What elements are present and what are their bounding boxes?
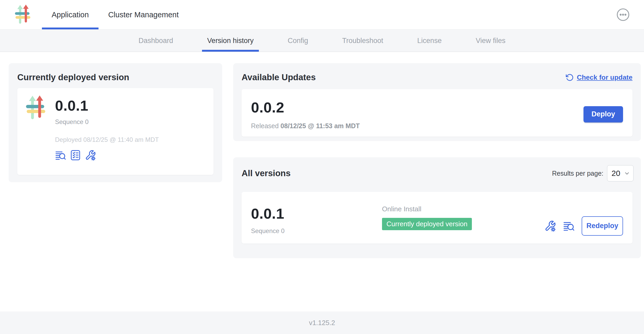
subnav-config[interactable]: Config — [282, 30, 313, 52]
subnav-view-files[interactable]: View files — [471, 30, 511, 52]
main-content: Currently deployed version 0.0.1 Sequenc… — [0, 52, 644, 311]
subnav-dashboard[interactable]: Dashboard — [133, 30, 178, 52]
check-for-update-label: Check for update — [577, 73, 632, 82]
app-logo-icon — [25, 95, 47, 121]
tab-cluster-management[interactable]: Cluster Management — [99, 0, 188, 29]
console-version: v1.125.2 — [309, 319, 335, 327]
update-released-timestamp: Released 08/12/25 @ 11:53 am MDT — [251, 122, 360, 130]
top-tab-bar: Application Cluster Management — [42, 0, 188, 29]
check-for-update-link[interactable]: Check for update — [566, 73, 632, 82]
view-diff-icon[interactable] — [55, 150, 66, 160]
row-version-number: 0.0.1 — [251, 205, 382, 222]
deploy-button[interactable]: Deploy — [583, 106, 623, 122]
top-nav: Application Cluster Management — [0, 0, 644, 30]
currently-deployed-badge: Currently deployed version — [382, 218, 472, 230]
view-diff-icon[interactable] — [563, 220, 575, 231]
edit-config-icon[interactable] — [85, 150, 96, 161]
footer: v1.125.2 — [0, 311, 644, 334]
preflight-checks-icon[interactable] — [71, 150, 80, 160]
available-updates-card: Available Updates Check for update 0.0.2… — [233, 63, 641, 141]
results-per-page-select[interactable]: 20 — [607, 165, 634, 181]
tab-application[interactable]: Application — [42, 0, 99, 29]
subnav-version-history[interactable]: Version history — [202, 30, 259, 52]
update-version-number: 0.0.2 — [251, 99, 360, 116]
subnav-troubleshoot[interactable]: Troubleshoot — [337, 30, 389, 52]
update-row: 0.0.2 Released 08/12/25 @ 11:53 am MDT D… — [242, 89, 632, 137]
deployed-version-number: 0.0.1 — [55, 97, 159, 114]
all-versions-title: All versions — [242, 168, 291, 178]
all-versions-card: All versions Results per page: 20 0.0.1 … — [233, 157, 641, 258]
redeploy-button[interactable]: Redeploy — [582, 216, 623, 236]
deployed-card-title: Currently deployed version — [17, 72, 214, 82]
deployed-timestamp: Deployed 08/12/25 @ 11:40 am MDT — [55, 136, 159, 143]
currently-deployed-card: Currently deployed version 0.0.1 Sequenc… — [9, 63, 222, 182]
row-sequence: Sequence 0 — [251, 227, 382, 235]
edit-config-icon[interactable] — [544, 220, 556, 232]
app-sub-nav: Dashboard Version history Config Trouble… — [0, 30, 644, 52]
ellipsis-circle-icon[interactable] — [616, 8, 630, 21]
chevron-down-icon — [624, 170, 630, 176]
install-type-label: Online Install — [382, 205, 472, 213]
version-row: 0.0.1 Sequence 0 Online Install Currentl… — [242, 192, 632, 244]
refresh-icon — [566, 73, 574, 82]
app-logo-icon — [15, 4, 31, 25]
deployed-version-panel: 0.0.1 Sequence 0 Deployed 08/12/25 @ 11:… — [17, 88, 214, 175]
subnav-license[interactable]: License — [412, 30, 447, 52]
deployed-sequence: Sequence 0 — [55, 118, 159, 126]
available-updates-title: Available Updates — [242, 72, 316, 82]
results-per-page-label: Results per page: — [552, 170, 603, 177]
